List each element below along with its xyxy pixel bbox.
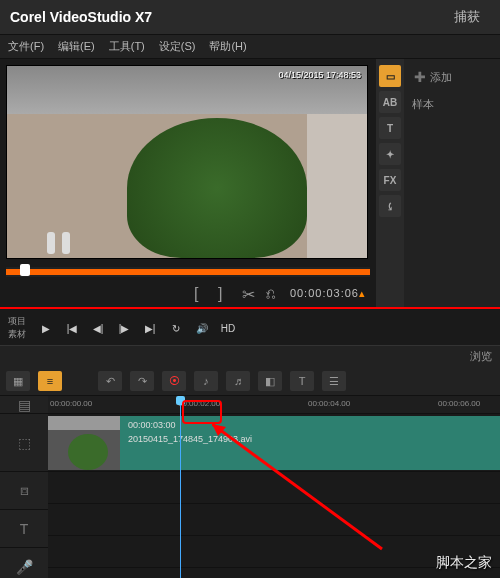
title-tool-icon[interactable]: T bbox=[379, 117, 401, 139]
annotation-red-line bbox=[0, 307, 500, 309]
title-track-header[interactable]: T bbox=[0, 510, 48, 548]
menu-settings[interactable]: 设定(S) bbox=[159, 39, 196, 54]
plus-icon: ✚ bbox=[414, 69, 426, 85]
cut-icon[interactable]: ✂ bbox=[242, 285, 258, 301]
ruler-header: ▤ bbox=[0, 396, 48, 414]
record-button[interactable]: ⦿ bbox=[162, 371, 186, 391]
clip-duration: 00:00:03:00 bbox=[128, 420, 252, 430]
browse-button[interactable]: 浏览 bbox=[470, 349, 492, 364]
playhead[interactable] bbox=[180, 396, 181, 578]
storyboard-view-icon[interactable]: ▦ bbox=[6, 371, 30, 391]
video-track-header[interactable]: ⬚ bbox=[0, 414, 48, 472]
path-tool-icon[interactable]: ⤹ bbox=[379, 195, 401, 217]
app-title: Corel VideoStudio X7 bbox=[10, 9, 152, 25]
mark-in-icon[interactable]: [ bbox=[194, 285, 210, 301]
track-headers: ▤ ⬚ ⧈ T 🎤 ♪ bbox=[0, 396, 48, 578]
clip-thumbnail bbox=[48, 416, 120, 470]
prev-frame-button[interactable]: ◀| bbox=[88, 319, 108, 337]
sample-folder[interactable]: 样本 bbox=[410, 93, 494, 116]
split-icon[interactable]: ⎌ bbox=[266, 285, 282, 301]
watermark: 脚本之家 bbox=[436, 554, 492, 572]
repeat-button[interactable]: ↻ bbox=[166, 319, 186, 337]
timeline-tracks[interactable]: 00:00:00.00 00:00:02.00 00:00:04.00 00:0… bbox=[48, 396, 500, 578]
title-bar: Corel VideoStudio X7 捕获 bbox=[0, 0, 500, 35]
trim-controls: [ ] ✂ ⎌ 00:00:03:06▴ bbox=[6, 285, 370, 301]
voice-track-header[interactable]: 🎤 bbox=[0, 548, 48, 578]
mark-out-icon[interactable]: ] bbox=[218, 285, 234, 301]
overlay-track[interactable] bbox=[48, 472, 500, 504]
menu-file[interactable]: 文件(F) bbox=[8, 39, 44, 54]
time-ruler[interactable]: 00:00:00.00 00:00:02.00 00:00:04.00 00:0… bbox=[48, 396, 500, 414]
timeline-view-icon[interactable]: ≡ bbox=[38, 371, 62, 391]
timecode-display[interactable]: 00:00:03:06▴ bbox=[290, 287, 366, 300]
transition-tool-icon[interactable]: AB bbox=[379, 91, 401, 113]
redo-button[interactable]: ↷ bbox=[130, 371, 154, 391]
video-clip[interactable]: 00:00:03:00 20150415_174845_174903.avi bbox=[48, 416, 500, 470]
hd-button[interactable]: HD bbox=[218, 319, 238, 337]
scrubber[interactable] bbox=[6, 267, 370, 277]
graphic-tool-icon[interactable]: ✦ bbox=[379, 143, 401, 165]
video-track[interactable]: 00:00:03:00 20150415_174845_174903.avi bbox=[48, 414, 500, 472]
timeline: ▤ ⬚ ⧈ T 🎤 ♪ 00:00:00.00 00:00:02.00 00:0… bbox=[0, 396, 500, 578]
filter-tool-icon[interactable]: FX bbox=[379, 169, 401, 191]
music-track[interactable] bbox=[48, 568, 500, 578]
timeline-toolbar: ▦ ≡ ↶ ↷ ⦿ ♪ ♬ ◧ T ☰ bbox=[0, 367, 500, 396]
subtitle-icon[interactable]: T bbox=[290, 371, 314, 391]
menu-tools[interactable]: 工具(T) bbox=[109, 39, 145, 54]
preview-monitor[interactable]: 04/15/2015 17:48:53 bbox=[6, 65, 368, 259]
capture-tab[interactable]: 捕获 bbox=[444, 6, 490, 28]
menu-help[interactable]: 帮助(H) bbox=[209, 39, 246, 54]
track-manager-icon[interactable]: ☰ bbox=[322, 371, 346, 391]
undo-button[interactable]: ↶ bbox=[98, 371, 122, 391]
menu-edit[interactable]: 编辑(E) bbox=[58, 39, 95, 54]
overlay-track-header[interactable]: ⧈ bbox=[0, 472, 48, 510]
mode-toggle[interactable]: 项目 素材 bbox=[8, 315, 26, 341]
preview-area: 04/15/2015 17:48:53 [ ] ✂ ⎌ 00:00:03:06▴ bbox=[0, 59, 376, 307]
scrubber-thumb[interactable] bbox=[20, 264, 30, 276]
media-tool-icon[interactable]: ▭ bbox=[379, 65, 401, 87]
auto-music-icon[interactable]: ♬ bbox=[226, 371, 250, 391]
end-button[interactable]: ▶| bbox=[140, 319, 160, 337]
clip-filename: 20150415_174845_174903.avi bbox=[128, 434, 252, 444]
preview-timestamp: 04/15/2015 17:48:53 bbox=[278, 70, 361, 80]
home-button[interactable]: |◀ bbox=[62, 319, 82, 337]
playback-bar: 项目 素材 ▶ |◀ ◀| |▶ ▶| ↻ 🔊 HD bbox=[0, 311, 500, 345]
side-toolbar: ▭ AB T ✦ FX ⤹ bbox=[376, 59, 404, 307]
library-footer: 浏览 bbox=[0, 345, 500, 367]
chapter-icon[interactable]: ◧ bbox=[258, 371, 282, 391]
play-button[interactable]: ▶ bbox=[36, 319, 56, 337]
mixer-icon[interactable]: ♪ bbox=[194, 371, 218, 391]
voice-track[interactable] bbox=[48, 536, 500, 568]
volume-icon[interactable]: 🔊 bbox=[192, 319, 212, 337]
workspace: 04/15/2015 17:48:53 [ ] ✂ ⎌ 00:00:03:06▴… bbox=[0, 59, 500, 307]
add-label: 添加 bbox=[430, 70, 452, 85]
title-track[interactable] bbox=[48, 504, 500, 536]
library-panel: ✚ 添加 样本 bbox=[404, 59, 500, 307]
next-frame-button[interactable]: |▶ bbox=[114, 319, 134, 337]
add-folder-button[interactable]: ✚ 添加 bbox=[410, 65, 494, 89]
menu-bar: 文件(F) 编辑(E) 工具(T) 设定(S) 帮助(H) bbox=[0, 35, 500, 59]
